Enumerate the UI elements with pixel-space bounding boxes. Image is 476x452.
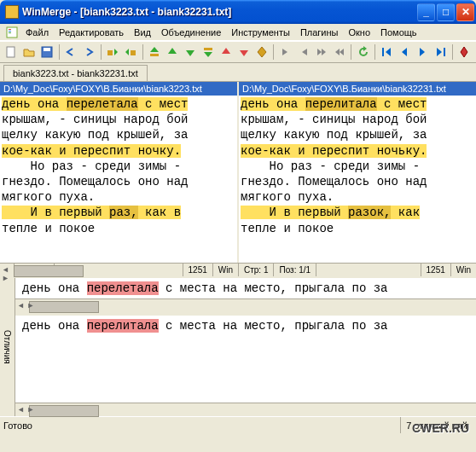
undo-icon[interactable] [63,43,79,61]
detail-body[interactable]: день она перелетала с места на место, пр… [15,278,476,416]
detail-pane: Отличия день она перелетала с места на м… [0,276,476,416]
refresh-icon[interactable] [355,43,371,61]
right-encoding: Win [450,264,476,276]
watermark: CWER.RU [412,421,469,435]
goto-icon[interactable] [253,43,270,61]
detail-hscroll-1[interactable] [15,298,476,312]
down-diff2-icon[interactable] [235,43,252,61]
menu-merge[interactable]: Объединение [156,26,226,39]
svg-rect-8 [131,50,136,55]
up-diff2-icon[interactable] [218,43,234,61]
right-line: Стр: 1 [238,264,273,276]
nav-prev-icon[interactable] [397,43,413,61]
left-text[interactable]: день она перелетала с мест крышам, - син… [0,96,237,263]
left-status: Стр: 21 Поз: 1/1 1251 Win [0,264,238,276]
right-pane: D:\My_Doc\Foxy\FOXY\В.Бианки\biank32231.… [239,82,476,263]
svg-rect-3 [9,32,11,33]
up-diff-icon[interactable] [165,43,181,61]
detail-bottom-line: день она перелитала с места на место, пр… [15,316,476,336]
menu-help[interactable]: Помощь [375,26,422,39]
left-encoding: Win [212,264,238,276]
left-codepage: 1251 [183,264,212,276]
titlebar: WinMerge - [biank3223.txt - biank32231.t… [0,0,476,24]
detail-label: Отличия [0,278,15,416]
svg-rect-0 [7,27,17,38]
nav-first-icon[interactable] [379,43,395,61]
status-ready: Готово [3,420,32,431]
save-icon[interactable] [39,43,55,61]
statusbar: Готово 7 отличий най [0,416,476,433]
diff-panes: D:\My_Doc\Foxy\FOXY\В.Бианки\biank3223.t… [0,82,476,263]
menu-window[interactable]: Окно [343,26,375,39]
menu-edit[interactable]: Редактировать [54,26,129,39]
first-diff-icon[interactable] [147,43,163,61]
svg-rect-2 [9,31,11,32]
tab-active[interactable]: biank3223.txt - biank32231.txt [3,65,148,81]
right-path: D:\My_Doc\Foxy\FOXY\В.Бианки\biank32231.… [239,82,476,96]
right-status: Стр: 1 Поз: 1/1 1251 Win [238,264,476,276]
right-pos: Поз: 1/1 [273,264,316,276]
down-diff-icon[interactable] [183,43,199,61]
detail-hscroll-2[interactable] [15,403,476,416]
minimize-button[interactable]: _ [417,3,435,21]
copy-right-icon[interactable] [277,43,293,61]
svg-rect-11 [382,48,384,56]
left-path: D:\My_Doc\Foxy\FOXY\В.Бианки\biank3223.t… [0,82,237,96]
last-diff-icon[interactable] [200,43,217,61]
all-left-icon[interactable] [331,43,347,61]
right-text[interactable]: день она перелитала с мест крышам, - син… [239,96,476,263]
svg-rect-1 [9,29,11,30]
nav-last-icon[interactable] [432,43,449,61]
menubar: Файл Редактировать Вид Объединение Инстр… [0,24,476,41]
copy-left-icon[interactable] [295,43,311,61]
svg-rect-6 [44,48,50,51]
all-right-icon[interactable] [313,43,329,61]
svg-rect-9 [150,54,159,56]
window-title: WinMerge - [biank3223.txt - biank32231.t… [22,6,415,18]
right-codepage: 1251 [421,264,450,276]
svg-rect-10 [204,48,212,50]
new-icon[interactable] [3,43,20,61]
app-icon [5,5,19,19]
toolbar [0,41,476,63]
svg-rect-12 [444,48,445,56]
option-icon[interactable] [456,43,473,61]
diff-next-icon[interactable] [105,43,121,61]
diff-prev-icon[interactable] [123,43,139,61]
menu-plugins[interactable]: Плагины [295,26,344,39]
nav-next-icon[interactable] [415,43,431,61]
detail-top-line: день она перелетала с места на место, пр… [15,278,476,298]
svg-rect-7 [107,50,113,55]
maximize-button[interactable]: □ [437,3,455,21]
redo-icon[interactable] [81,43,97,61]
mdi-icon[interactable] [3,24,20,41]
close-button[interactable]: ✕ [456,3,474,21]
left-pane: D:\My_Doc\Foxy\FOXY\В.Бианки\biank3223.t… [0,82,239,263]
menu-tools[interactable]: Инструменты [226,26,295,39]
document-tabs: biank3223.txt - biank32231.txt [0,63,476,82]
menu-view[interactable]: Вид [129,26,156,39]
pane-statusbars: Стр: 21 Поз: 1/1 1251 Win Стр: 1 Поз: 1/… [0,263,476,276]
menu-file[interactable]: Файл [20,26,54,39]
svg-rect-4 [7,47,15,57]
open-icon[interactable] [21,43,38,61]
